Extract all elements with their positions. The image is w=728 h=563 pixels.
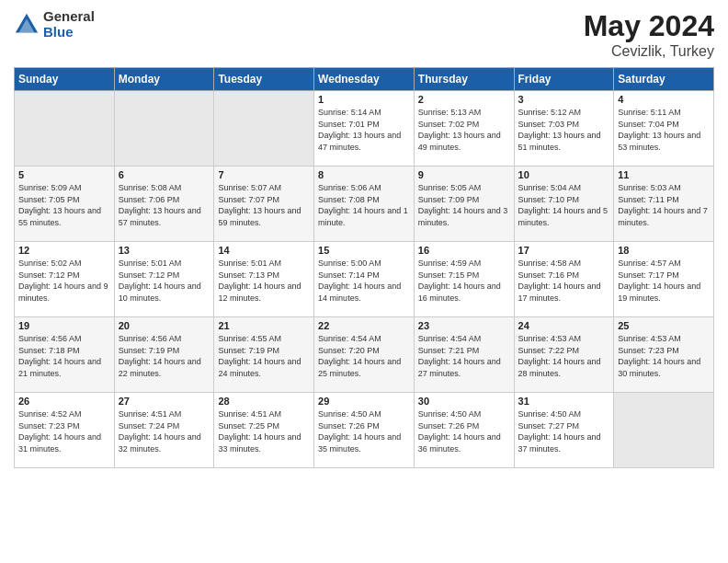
day-details: Sunrise: 5:02 AMSunset: 7:12 PMDaylight:… xyxy=(18,258,110,304)
calendar-week-2: 5Sunrise: 5:09 AMSunset: 7:05 PMDaylight… xyxy=(15,167,714,242)
day-number: 11 xyxy=(618,169,710,180)
day-number: 6 xyxy=(119,169,210,180)
day-number: 2 xyxy=(418,94,510,105)
calendar-day-23: 23Sunrise: 4:54 AMSunset: 7:21 PMDayligh… xyxy=(414,317,514,393)
day-header-friday: Friday xyxy=(514,68,614,91)
day-header-wednesday: Wednesday xyxy=(314,68,415,91)
day-number: 20 xyxy=(119,320,210,331)
day-number: 31 xyxy=(518,396,610,407)
calendar-day-21: 21Sunrise: 4:55 AMSunset: 7:19 PMDayligh… xyxy=(214,317,314,393)
calendar-day-26: 26Sunrise: 4:52 AMSunset: 7:23 PMDayligh… xyxy=(15,393,115,468)
day-details: Sunrise: 5:07 AMSunset: 7:07 PMDaylight:… xyxy=(218,182,310,228)
day-header-thursday: Thursday xyxy=(414,68,514,91)
title-block: May 2024 Cevizlik, Turkey xyxy=(584,9,714,60)
day-header-sunday: Sunday xyxy=(15,68,115,91)
day-details: Sunrise: 4:58 AMSunset: 7:16 PMDaylight:… xyxy=(518,258,610,304)
day-number: 15 xyxy=(318,245,410,256)
day-details: Sunrise: 5:06 AMSunset: 7:08 PMDaylight:… xyxy=(318,182,410,228)
calendar-day-7: 7Sunrise: 5:07 AMSunset: 7:07 PMDaylight… xyxy=(214,167,314,242)
day-details: Sunrise: 4:56 AMSunset: 7:19 PMDaylight:… xyxy=(119,333,210,379)
logo-general-label: General xyxy=(43,9,95,25)
calendar-header-row: SundayMondayTuesdayWednesdayThursdayFrid… xyxy=(15,68,714,91)
day-details: Sunrise: 4:50 AMSunset: 7:26 PMDaylight:… xyxy=(418,408,510,454)
logo-text: General Blue xyxy=(43,9,95,40)
day-details: Sunrise: 5:05 AMSunset: 7:09 PMDaylight:… xyxy=(418,182,510,228)
calendar-empty-cell xyxy=(214,91,314,167)
title-month: May 2024 xyxy=(584,9,714,43)
day-details: Sunrise: 5:03 AMSunset: 7:11 PMDaylight:… xyxy=(618,182,710,228)
day-details: Sunrise: 4:59 AMSunset: 7:15 PMDaylight:… xyxy=(418,258,510,304)
day-number: 23 xyxy=(418,320,510,331)
day-number: 29 xyxy=(318,396,410,407)
calendar-day-24: 24Sunrise: 4:53 AMSunset: 7:22 PMDayligh… xyxy=(514,317,614,393)
day-details: Sunrise: 4:53 AMSunset: 7:23 PMDaylight:… xyxy=(618,333,710,379)
calendar-day-2: 2Sunrise: 5:13 AMSunset: 7:02 PMDaylight… xyxy=(414,91,514,167)
calendar-day-13: 13Sunrise: 5:01 AMSunset: 7:12 PMDayligh… xyxy=(114,242,214,317)
day-number: 14 xyxy=(218,245,310,256)
calendar-week-1: 1Sunrise: 5:14 AMSunset: 7:01 PMDaylight… xyxy=(15,91,714,167)
calendar-empty-cell xyxy=(114,91,214,167)
day-number: 8 xyxy=(318,169,410,180)
calendar-day-16: 16Sunrise: 4:59 AMSunset: 7:15 PMDayligh… xyxy=(414,242,514,317)
day-details: Sunrise: 5:09 AMSunset: 7:05 PMDaylight:… xyxy=(18,182,110,228)
calendar-day-6: 6Sunrise: 5:08 AMSunset: 7:06 PMDaylight… xyxy=(114,167,214,242)
calendar-day-14: 14Sunrise: 5:01 AMSunset: 7:13 PMDayligh… xyxy=(214,242,314,317)
day-details: Sunrise: 5:00 AMSunset: 7:14 PMDaylight:… xyxy=(318,258,410,304)
calendar-day-9: 9Sunrise: 5:05 AMSunset: 7:09 PMDaylight… xyxy=(414,167,514,242)
calendar-week-3: 12Sunrise: 5:02 AMSunset: 7:12 PMDayligh… xyxy=(15,242,714,317)
day-details: Sunrise: 4:55 AMSunset: 7:19 PMDaylight:… xyxy=(218,333,310,379)
day-number: 3 xyxy=(518,94,610,105)
day-number: 13 xyxy=(119,245,210,256)
calendar-day-29: 29Sunrise: 4:50 AMSunset: 7:26 PMDayligh… xyxy=(314,393,415,468)
day-details: Sunrise: 5:14 AMSunset: 7:01 PMDaylight:… xyxy=(318,107,410,153)
day-number: 27 xyxy=(119,396,210,407)
calendar-day-31: 31Sunrise: 4:50 AMSunset: 7:27 PMDayligh… xyxy=(514,393,614,468)
day-details: Sunrise: 4:56 AMSunset: 7:18 PMDaylight:… xyxy=(18,333,110,379)
calendar-day-15: 15Sunrise: 5:00 AMSunset: 7:14 PMDayligh… xyxy=(314,242,415,317)
calendar-day-30: 30Sunrise: 4:50 AMSunset: 7:26 PMDayligh… xyxy=(414,393,514,468)
calendar-day-22: 22Sunrise: 4:54 AMSunset: 7:20 PMDayligh… xyxy=(314,317,415,393)
day-number: 28 xyxy=(218,396,310,407)
day-number: 12 xyxy=(18,245,110,256)
day-header-monday: Monday xyxy=(114,68,214,91)
day-details: Sunrise: 4:50 AMSunset: 7:26 PMDaylight:… xyxy=(318,408,410,454)
day-header-tuesday: Tuesday xyxy=(214,68,314,91)
title-location: Cevizlik, Turkey xyxy=(584,43,714,60)
calendar-day-28: 28Sunrise: 4:51 AMSunset: 7:25 PMDayligh… xyxy=(214,393,314,468)
calendar-day-27: 27Sunrise: 4:51 AMSunset: 7:24 PMDayligh… xyxy=(114,393,214,468)
day-number: 4 xyxy=(618,94,710,105)
day-details: Sunrise: 5:11 AMSunset: 7:04 PMDaylight:… xyxy=(618,107,710,153)
calendar-day-8: 8Sunrise: 5:06 AMSunset: 7:08 PMDaylight… xyxy=(314,167,415,242)
calendar-table: SundayMondayTuesdayWednesdayThursdayFrid… xyxy=(14,67,714,468)
day-details: Sunrise: 4:50 AMSunset: 7:27 PMDaylight:… xyxy=(518,408,610,454)
day-number: 18 xyxy=(618,245,710,256)
day-number: 19 xyxy=(18,320,110,331)
calendar-week-4: 19Sunrise: 4:56 AMSunset: 7:18 PMDayligh… xyxy=(15,317,714,393)
calendar-day-3: 3Sunrise: 5:12 AMSunset: 7:03 PMDaylight… xyxy=(514,91,614,167)
day-details: Sunrise: 4:57 AMSunset: 7:17 PMDaylight:… xyxy=(618,258,710,304)
logo-icon xyxy=(14,12,40,38)
calendar-week-5: 26Sunrise: 4:52 AMSunset: 7:23 PMDayligh… xyxy=(15,393,714,468)
day-number: 5 xyxy=(18,169,110,180)
calendar-day-4: 4Sunrise: 5:11 AMSunset: 7:04 PMDaylight… xyxy=(614,91,714,167)
calendar-day-12: 12Sunrise: 5:02 AMSunset: 7:12 PMDayligh… xyxy=(15,242,115,317)
calendar-day-17: 17Sunrise: 4:58 AMSunset: 7:16 PMDayligh… xyxy=(514,242,614,317)
day-number: 10 xyxy=(518,169,610,180)
logo-blue-label: Blue xyxy=(43,25,95,40)
day-number: 21 xyxy=(218,320,310,331)
day-number: 25 xyxy=(618,320,710,331)
day-details: Sunrise: 5:01 AMSunset: 7:13 PMDaylight:… xyxy=(218,258,310,304)
day-number: 7 xyxy=(218,169,310,180)
day-number: 17 xyxy=(518,245,610,256)
day-header-saturday: Saturday xyxy=(614,68,714,91)
page: General Blue May 2024 Cevizlik, Turkey S… xyxy=(0,0,728,563)
day-number: 24 xyxy=(518,320,610,331)
calendar-day-19: 19Sunrise: 4:56 AMSunset: 7:18 PMDayligh… xyxy=(15,317,115,393)
day-details: Sunrise: 4:54 AMSunset: 7:20 PMDaylight:… xyxy=(318,333,410,379)
calendar-day-11: 11Sunrise: 5:03 AMSunset: 7:11 PMDayligh… xyxy=(614,167,714,242)
day-number: 1 xyxy=(318,94,410,105)
logo: General Blue xyxy=(14,9,95,40)
day-number: 16 xyxy=(418,245,510,256)
day-details: Sunrise: 4:51 AMSunset: 7:25 PMDaylight:… xyxy=(218,408,310,454)
calendar-day-18: 18Sunrise: 4:57 AMSunset: 7:17 PMDayligh… xyxy=(614,242,714,317)
